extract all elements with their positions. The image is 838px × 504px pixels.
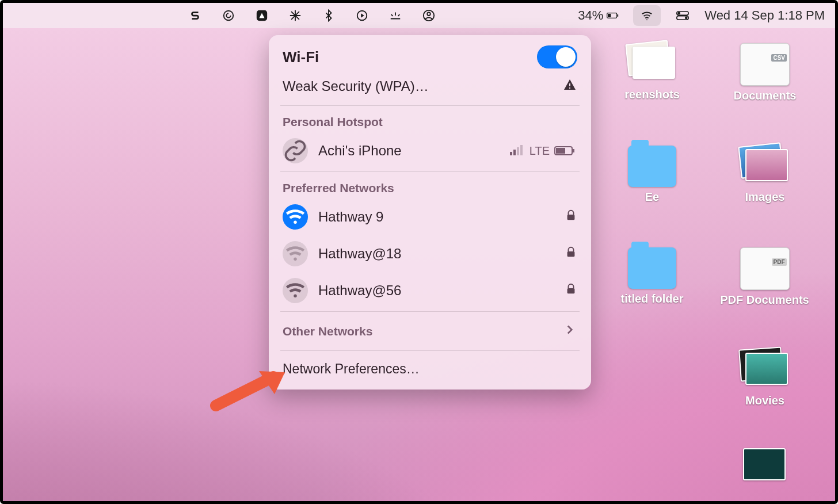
divider: [280, 350, 580, 351]
chevron-right-icon: [562, 322, 577, 340]
menubar: 34% Wed 14 Sep 1:18 PM: [3, 3, 835, 28]
other-networks-label: Other Networks: [283, 324, 372, 338]
extra-thumb: [741, 446, 789, 487]
hotspot-badge: LTE: [510, 144, 577, 158]
wifi-toggle[interactable]: [537, 45, 577, 68]
wifi-icon: [283, 241, 308, 266]
hotspot-section-header: Personal Hotspot: [269, 108, 591, 132]
icon-caption: Documents: [734, 89, 797, 102]
svg-rect-33: [567, 251, 575, 257]
wifi-panel-header: Wi-Fi: [269, 35, 591, 73]
battery-status[interactable]: 34%: [578, 8, 619, 23]
folder-thumb: [628, 247, 676, 289]
network-name: Hathway@56: [318, 282, 401, 299]
user-account-icon[interactable]: [421, 7, 437, 24]
svg-rect-22: [569, 87, 570, 89]
icon-caption: Ee: [645, 190, 659, 204]
desktop-icon-extra[interactable]: [719, 446, 811, 487]
pdf-thumb: PDF: [740, 247, 790, 290]
desktop-icon-pdf-documents[interactable]: PDF PDF Documents: [711, 247, 818, 307]
svg-point-12: [427, 13, 431, 16]
svg-point-32: [294, 257, 297, 261]
menubar-left: [3, 7, 564, 24]
wifi-weak-security-row[interactable]: Weak Security (WPA)…: [269, 73, 591, 103]
hotspot-battery-icon: [554, 145, 577, 156]
divider: [280, 105, 580, 106]
network-row-hathway9[interactable]: Hathway 9: [269, 198, 591, 235]
lock-icon: [565, 209, 577, 225]
desktop-icon-movies[interactable]: Movies: [719, 349, 811, 407]
bluetooth-icon[interactable]: [321, 7, 337, 24]
desktop-icon-screenshots[interactable]: reenshots: [606, 43, 698, 101]
documents-thumb: CSV: [740, 43, 790, 86]
weak-security-label: Weak Security (WPA)…: [283, 78, 429, 94]
svg-point-0: [224, 11, 234, 21]
svg-rect-24: [513, 150, 516, 155]
control-center-icon[interactable]: [675, 7, 691, 24]
icon-caption: Movies: [745, 394, 784, 407]
svg-rect-29: [556, 148, 565, 154]
svg-point-30: [294, 220, 297, 224]
svg-rect-28: [573, 149, 574, 152]
display-brightness-icon[interactable]: [387, 7, 403, 24]
app-s-icon[interactable]: [187, 7, 203, 24]
desktop-icon-documents[interactable]: CSV Documents: [719, 43, 811, 102]
network-name: Hathway@18: [318, 246, 401, 262]
network-name: Hathway 9: [318, 209, 383, 225]
svg-rect-25: [517, 147, 519, 155]
hotspot-link-icon: [283, 138, 308, 163]
asterisk-icon[interactable]: [287, 7, 303, 24]
hotspot-row[interactable]: Achi's iPhone LTE: [269, 132, 591, 169]
network-preferences-label: Network Preferences…: [283, 361, 420, 376]
svg-point-16: [646, 19, 647, 20]
desktop-icon-untitled-folder[interactable]: titled folder: [606, 247, 698, 306]
toggle-knob: [556, 47, 576, 67]
signal-icon: [510, 144, 525, 158]
movies-thumb: [741, 349, 789, 391]
svg-rect-14: [618, 14, 619, 17]
desktop-icon-images[interactable]: Images: [719, 146, 811, 204]
wifi-icon: [283, 204, 308, 230]
images-thumb: [741, 146, 789, 187]
svg-point-34: [294, 294, 297, 297]
play-circle-icon[interactable]: [354, 7, 370, 24]
wifi-menubar-icon[interactable]: [633, 5, 661, 26]
svg-point-20: [685, 17, 688, 20]
desktop-icon-ee[interactable]: Ee: [606, 146, 698, 204]
triangle-app-icon[interactable]: [254, 7, 270, 24]
svg-line-10: [398, 14, 400, 16]
divider: [280, 311, 580, 312]
divider: [280, 171, 580, 172]
lock-icon: [565, 246, 577, 262]
svg-line-9: [391, 14, 393, 16]
wifi-icon: [283, 278, 308, 303]
lock-icon: [565, 282, 577, 299]
svg-rect-21: [569, 83, 570, 86]
wifi-dropdown-panel: Wi-Fi Weak Security (WPA)… Personal Hots…: [269, 35, 591, 390]
menubar-clock[interactable]: Wed 14 Sep 1:18 PM: [704, 8, 825, 23]
wifi-title: Wi-Fi: [283, 48, 319, 66]
preferred-section-header: Preferred Networks: [269, 174, 591, 198]
svg-rect-35: [567, 288, 575, 293]
network-row-hathway18[interactable]: Hathway@18: [269, 235, 591, 272]
grammarly-icon[interactable]: [220, 7, 237, 24]
icon-caption: titled folder: [621, 292, 684, 306]
svg-point-18: [678, 12, 681, 15]
other-networks-row[interactable]: Other Networks: [269, 314, 591, 348]
svg-rect-23: [510, 152, 512, 155]
svg-rect-15: [608, 14, 611, 17]
desktop: 34% Wed 14 Sep 1:18 PM reenshots CSV Doc…: [3, 3, 835, 501]
hotspot-name: Achi's iPhone: [318, 143, 402, 159]
svg-rect-26: [520, 145, 523, 155]
network-row-hathway56[interactable]: Hathway@56: [269, 272, 591, 309]
network-preferences-row[interactable]: Network Preferences…: [269, 353, 591, 384]
hotspot-network-type: LTE: [530, 144, 550, 158]
svg-rect-31: [567, 215, 575, 220]
screenshots-thumb: [628, 43, 676, 85]
icon-caption: Images: [745, 190, 785, 204]
folder-thumb: [628, 146, 676, 187]
battery-percent: 34%: [578, 8, 603, 23]
warning-icon: [562, 78, 577, 95]
icon-caption: reenshots: [624, 88, 680, 101]
icon-caption: PDF Documents: [720, 293, 809, 307]
